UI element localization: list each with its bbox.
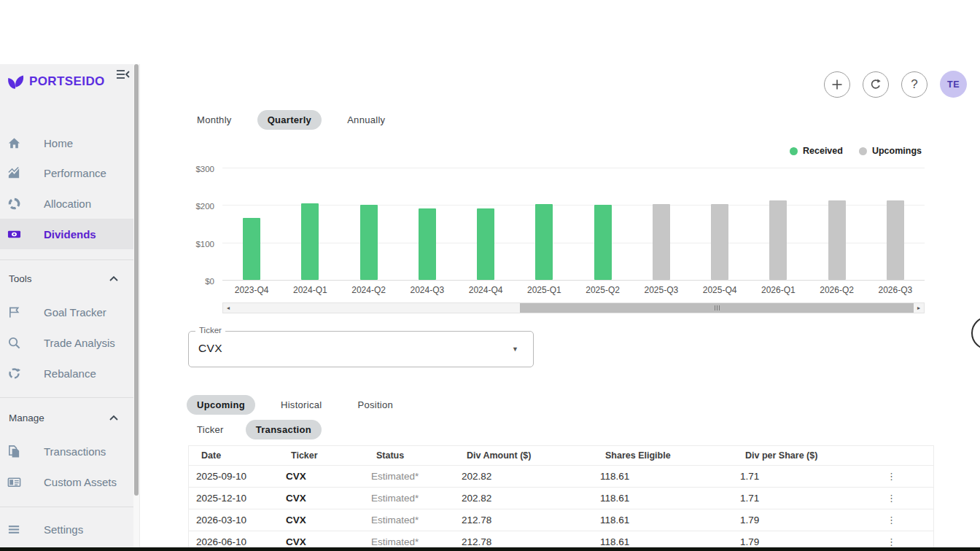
cell-dps: 1.79 — [733, 536, 883, 547]
x-tick-label: 2024-Q1 — [281, 285, 339, 295]
bar-2025-Q4[interactable] — [711, 204, 728, 280]
brand-logo[interactable]: PORTSEIDO — [6, 71, 130, 92]
x-tick-label: 2026-Q2 — [808, 285, 866, 295]
bar-2025-Q3[interactable] — [653, 204, 670, 280]
sidebar-item-settings[interactable]: Settings — [0, 514, 133, 544]
bar-2026-Q1[interactable] — [769, 200, 787, 280]
sidebar-item-transactions[interactable]: Transactions — [0, 436, 133, 466]
bar-2023-Q4[interactable] — [243, 218, 260, 280]
sidebar-scrollbar-thumb[interactable] — [134, 64, 139, 496]
ticker-select[interactable]: Ticker CVX ▼ — [188, 331, 534, 367]
row-menu-icon[interactable]: ⋮ — [883, 515, 933, 525]
sidebar-divider — [0, 259, 133, 260]
legend-label: Received — [803, 146, 843, 156]
card-icon — [7, 475, 21, 489]
help-button[interactable]: ? — [901, 71, 928, 98]
cell-dps: 1.71 — [733, 471, 883, 482]
row-menu-icon[interactable]: ⋮ — [883, 493, 933, 504]
sidebar-item-label: Custom Assets — [44, 476, 117, 488]
row-menu-icon[interactable]: ⋮ — [883, 471, 933, 482]
column-header: Status — [364, 450, 454, 461]
cell-amount: 202.82 — [454, 471, 593, 482]
content-divider — [139, 64, 140, 551]
sidebar-item-custom-assets[interactable]: Custom Assets — [0, 466, 133, 497]
period-tab-quarterly[interactable]: Quarterly — [257, 110, 322, 130]
column-header: Div per Share ($) — [733, 450, 883, 461]
sidebar-item-label: Goal Tracker — [44, 306, 106, 319]
view-tabs: UpcomingHistoricalPosition — [187, 395, 403, 415]
bottom-edge-strip — [0, 547, 980, 551]
legend-item-upcomings[interactable]: Upcomings — [859, 146, 922, 156]
cell-ticker: CVX — [279, 536, 364, 547]
chart-scrollbar[interactable]: ◂ ▸ — [222, 302, 925, 313]
sidebar-item-allocation[interactable]: Allocation — [0, 188, 133, 219]
view-tab-historical[interactable]: Historical — [271, 395, 332, 415]
edge-floating-button[interactable] — [971, 316, 980, 350]
view-tab-position[interactable]: Position — [347, 395, 403, 415]
sidebar-item-label: Settings — [44, 523, 83, 536]
x-tick-label: 2024-Q4 — [456, 285, 515, 295]
row-menu-icon[interactable]: ⋮ — [883, 536, 933, 547]
sidebar-section-tools[interactable]: Tools — [0, 269, 133, 288]
cell-amount: 212.78 — [454, 536, 593, 547]
sidebar-scrollbar[interactable] — [133, 64, 139, 551]
column-header: Ticker — [279, 450, 364, 461]
chart-legend: ReceivedUpcomings — [790, 146, 922, 156]
sidebar-item-goal-tracker[interactable]: Goal Tracker — [0, 297, 133, 327]
mode-tabs: TickerTransaction — [187, 420, 322, 439]
bar-2025-Q1[interactable] — [535, 204, 553, 280]
period-tab-annually[interactable]: Annually — [337, 110, 395, 130]
table-row: 2025-09-10CVXEstimated*202.82118.611.71⋮ — [189, 466, 933, 488]
refresh-button[interactable] — [863, 71, 889, 98]
legend-dot — [859, 147, 867, 155]
page: PORTSEIDO Home Performance — [0, 0, 980, 551]
bar-2024-Q1[interactable] — [301, 203, 319, 280]
x-tick-label: 2025-Q4 — [691, 285, 749, 295]
view-tab-upcoming[interactable]: Upcoming — [187, 395, 255, 415]
dividends-table: DateTickerStatusDiv Amount ($)Shares Eli… — [188, 445, 934, 551]
scroll-left-icon[interactable]: ◂ — [223, 303, 233, 313]
cell-shares: 118.61 — [593, 493, 733, 504]
sidebar-section-manage[interactable]: Manage — [0, 408, 133, 427]
avatar[interactable]: TE — [940, 71, 967, 98]
mode-tab-transaction[interactable]: Transaction — [246, 420, 322, 439]
allocation-icon — [7, 197, 21, 211]
column-header: Shares Eligible — [593, 450, 733, 461]
sidebar-item-home[interactable]: Home — [0, 128, 133, 158]
table-header-row: DateTickerStatusDiv Amount ($)Shares Eli… — [189, 446, 933, 466]
bar-2026-Q3[interactable] — [887, 200, 904, 280]
sidebar-item-trade-analysis[interactable]: Trade Analysis — [0, 327, 133, 358]
cell-dps: 1.71 — [733, 493, 883, 504]
period-tab-monthly[interactable]: Monthly — [187, 110, 242, 130]
scroll-right-icon[interactable]: ▸ — [914, 303, 924, 313]
cell-dps: 1.79 — [733, 515, 883, 525]
gridline — [222, 243, 925, 243]
documents-icon — [7, 445, 21, 458]
home-icon — [7, 136, 21, 150]
bar-2024-Q3[interactable] — [419, 208, 436, 280]
cell-amount: 212.78 — [454, 515, 593, 525]
column-header: Div Amount ($) — [454, 450, 593, 461]
mode-tab-ticker[interactable]: Ticker — [187, 420, 234, 439]
chart-scrollbar-thumb[interactable] — [520, 303, 914, 313]
sidebar-item-rebalance[interactable]: Rebalance — [0, 358, 133, 388]
bar-2024-Q4[interactable] — [477, 208, 494, 280]
rebalance-icon — [7, 367, 21, 380]
x-tick-label: 2025-Q2 — [574, 285, 632, 295]
bar-2025-Q2[interactable] — [594, 205, 612, 280]
bar-2026-Q2[interactable] — [828, 200, 846, 280]
x-tick-label: 2025-Q3 — [632, 285, 691, 295]
cell-date: 2025-09-10 — [189, 471, 279, 482]
cell-shares: 118.61 — [593, 536, 733, 547]
gridline — [222, 205, 925, 206]
sidebar: PORTSEIDO Home Performance — [0, 64, 133, 551]
sidebar-collapse-icon[interactable] — [114, 67, 131, 82]
bar-2024-Q2[interactable] — [360, 205, 378, 280]
sidebar-item-performance[interactable]: Performance — [0, 157, 133, 188]
sidebar-item-dividends[interactable]: Dividends — [0, 219, 133, 249]
dividends-icon — [7, 227, 21, 241]
sidebar-divider — [0, 507, 133, 507]
add-button[interactable] — [824, 71, 850, 98]
sidebar-item-label: Dividends — [44, 228, 96, 241]
legend-item-received[interactable]: Received — [790, 146, 843, 156]
